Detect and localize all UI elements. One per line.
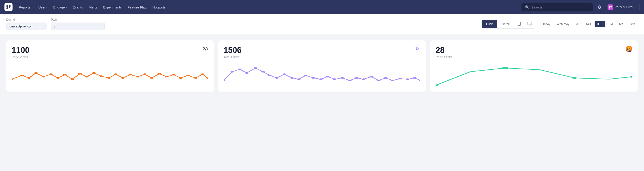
svg-point-61 bbox=[384, 77, 388, 79]
user-chevron-icon: ▾ bbox=[46, 6, 48, 8]
eye-icon bbox=[202, 45, 208, 53]
date-btn-14d[interactable]: 14D bbox=[583, 21, 594, 27]
svg-point-31 bbox=[158, 73, 161, 75]
svg-point-56 bbox=[348, 80, 352, 81]
svg-point-45 bbox=[268, 75, 272, 76]
rage-clicks-value: 28 bbox=[436, 45, 452, 55]
rage-clicks-label: Rage Clicks bbox=[436, 55, 452, 59]
settings-button[interactable]: ⚙ bbox=[596, 3, 603, 12]
click-toggle[interactable]: Click bbox=[482, 20, 497, 28]
svg-point-54 bbox=[333, 78, 336, 80]
nav-item-engage[interactable]: Engage▾ bbox=[50, 3, 70, 11]
date-btn-30d[interactable]: 30D bbox=[594, 21, 605, 27]
svg-point-44 bbox=[261, 71, 265, 73]
svg-rect-3 bbox=[609, 6, 610, 7]
svg-point-38 bbox=[206, 78, 208, 79]
svg-point-51 bbox=[312, 77, 315, 79]
svg-point-15 bbox=[42, 76, 46, 77]
engage-chevron-icon: ▾ bbox=[66, 6, 67, 8]
svg-point-19 bbox=[71, 78, 74, 80]
total-clicks-label: Total Clicks bbox=[224, 55, 242, 59]
total-clicks-value: 1506 bbox=[224, 45, 242, 55]
svg-point-24 bbox=[107, 77, 111, 79]
svg-point-63 bbox=[398, 78, 402, 79]
desktop-device-button[interactable] bbox=[524, 20, 535, 28]
svg-point-16 bbox=[49, 73, 53, 75]
svg-point-29 bbox=[143, 73, 147, 75]
svg-point-42 bbox=[245, 72, 249, 74]
nav-item-feature-flag[interactable]: Feature Flag bbox=[125, 3, 149, 11]
nav-item-experiments[interactable]: Experiments bbox=[100, 3, 124, 11]
main-content: 1100 Page Views bbox=[0, 34, 644, 98]
nav-item-hotspots[interactable]: Hotspots bbox=[150, 3, 168, 11]
date-btn-yesterday[interactable]: Yesterday bbox=[554, 21, 572, 27]
nav-items: Reports▾User▾Engage▾EventsAlertsExperime… bbox=[16, 3, 168, 11]
date-btn-12m[interactable]: 12M bbox=[627, 21, 638, 27]
page-views-value: 1100 bbox=[12, 45, 30, 55]
svg-point-21 bbox=[85, 76, 89, 77]
date-range: TodayYesterday7D14D30D3M6M12M bbox=[540, 21, 638, 27]
svg-point-47 bbox=[283, 73, 286, 75]
date-btn-today[interactable]: Today bbox=[540, 21, 553, 27]
svg-rect-0 bbox=[6, 5, 8, 7]
svg-point-37 bbox=[201, 73, 204, 75]
domain-group: Domain bbox=[6, 18, 46, 30]
domain-input[interactable] bbox=[6, 22, 46, 30]
user-menu[interactable]: Percept Pixel ▼ bbox=[605, 3, 640, 11]
search-bar[interactable]: 🔍 Search bbox=[522, 3, 593, 11]
svg-point-7 bbox=[519, 24, 520, 25]
svg-point-69 bbox=[572, 77, 577, 79]
svg-point-23 bbox=[100, 75, 103, 77]
svg-point-26 bbox=[121, 77, 124, 79]
svg-point-65 bbox=[413, 77, 416, 79]
svg-point-33 bbox=[172, 74, 176, 75]
scroll-toggle[interactable]: Scroll bbox=[497, 20, 514, 28]
svg-point-14 bbox=[34, 72, 38, 74]
navbar: Reports▾User▾Engage▾EventsAlertsExperime… bbox=[0, 0, 644, 14]
rage-clicks-card: 28 Rage Clicks 🤬 bbox=[430, 40, 638, 92]
date-btn-6m[interactable]: 6M bbox=[616, 21, 626, 27]
svg-point-59 bbox=[370, 76, 373, 77]
search-placeholder: Search bbox=[531, 5, 542, 9]
svg-point-70 bbox=[630, 76, 632, 78]
svg-rect-5 bbox=[609, 7, 610, 8]
svg-point-43 bbox=[254, 67, 258, 69]
filter-bar: Domain Path Click Scroll TodayYesterday7… bbox=[0, 14, 644, 34]
nav-item-user[interactable]: User▾ bbox=[36, 3, 50, 11]
view-toggle: Click Scroll bbox=[482, 20, 535, 28]
path-input[interactable] bbox=[51, 22, 105, 30]
svg-point-60 bbox=[377, 80, 380, 81]
nav-item-reports[interactable]: Reports▾ bbox=[16, 3, 35, 11]
svg-point-62 bbox=[391, 80, 394, 81]
page-views-chart bbox=[12, 64, 208, 87]
svg-point-35 bbox=[186, 75, 190, 76]
date-btn-7d[interactable]: 7D bbox=[573, 21, 582, 27]
svg-point-41 bbox=[238, 69, 242, 70]
rage-clicks-chart bbox=[436, 64, 632, 87]
mobile-device-button[interactable] bbox=[514, 20, 524, 28]
svg-rect-1 bbox=[9, 5, 10, 7]
svg-rect-4 bbox=[610, 6, 612, 7]
reports-chevron-icon: ▾ bbox=[32, 6, 33, 8]
svg-point-39 bbox=[224, 80, 226, 81]
svg-point-68 bbox=[502, 67, 508, 69]
path-label: Path bbox=[51, 18, 105, 21]
svg-rect-2 bbox=[6, 7, 8, 9]
nav-item-events[interactable]: Events bbox=[70, 3, 86, 11]
svg-point-64 bbox=[406, 78, 410, 80]
domain-label: Domain bbox=[6, 18, 46, 21]
svg-point-50 bbox=[304, 75, 308, 76]
card-header: 28 Rage Clicks 🤬 bbox=[436, 45, 632, 59]
nav-item-alerts[interactable]: Alerts bbox=[86, 3, 100, 11]
user-avatar bbox=[608, 4, 613, 10]
card-header: 1506 Total Clicks bbox=[224, 45, 420, 59]
date-btn-3m[interactable]: 3M bbox=[606, 21, 616, 27]
svg-point-13 bbox=[27, 77, 31, 79]
total-clicks-card: 1506 Total Clicks bbox=[218, 40, 426, 92]
svg-point-55 bbox=[340, 77, 344, 79]
svg-point-48 bbox=[290, 77, 294, 79]
svg-point-10 bbox=[204, 48, 206, 50]
svg-point-32 bbox=[165, 76, 168, 77]
svg-point-27 bbox=[128, 74, 132, 75]
path-group: Path bbox=[51, 18, 105, 30]
